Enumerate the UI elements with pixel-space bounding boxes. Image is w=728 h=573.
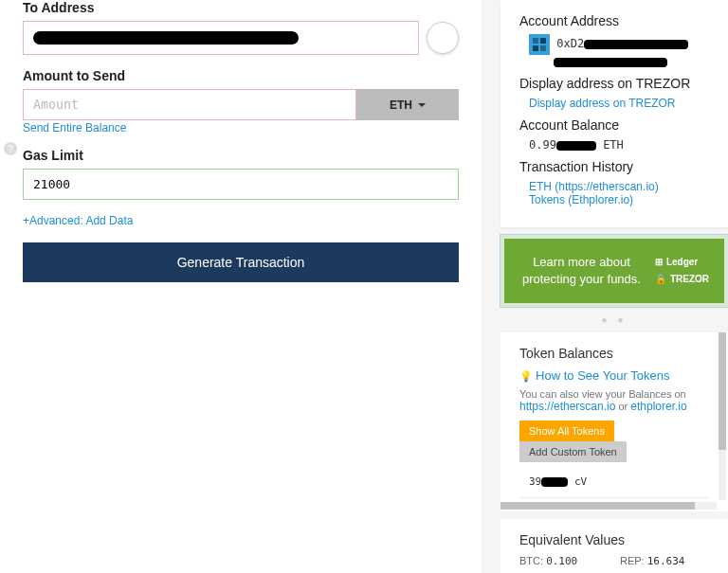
token-balances-heading: Token Balances (519, 346, 709, 361)
svg-rect-2 (540, 38, 546, 44)
transaction-history-heading: Transaction History (519, 159, 709, 174)
promo-banner[interactable]: Learn more about protecting your funds. … (500, 235, 728, 307)
amount-label: Amount to Send (23, 68, 459, 83)
promo-logos: ⊞Ledger 🔒TREZOR (655, 254, 709, 288)
chevron-down-icon (418, 103, 426, 107)
gas-limit-label: Gas Limit (23, 148, 459, 163)
etherscan-link[interactable]: https://etherscan.io (519, 400, 615, 413)
to-address-label: To Address (23, 0, 459, 15)
show-all-tokens-button[interactable]: Show All Tokens (519, 421, 614, 441)
display-trezor-heading: Display address on TREZOR (519, 76, 709, 91)
token-balance-row: 39 cV (519, 470, 709, 498)
svg-rect-4 (540, 45, 546, 51)
tokens-history-link[interactable]: Tokens (Ethplorer.io) (529, 193, 633, 206)
send-entire-balance-link[interactable]: Send Entire Balance (23, 121, 126, 134)
lock-icon: 🔒 (655, 271, 666, 288)
display-trezor-link[interactable]: Display address on TREZOR (529, 97, 676, 110)
to-address-value (33, 31, 299, 45)
carousel-dots[interactable]: ● ● (500, 314, 728, 325)
currency-dropdown[interactable]: ETH (356, 89, 459, 120)
account-address-heading: Account Address (519, 13, 709, 28)
account-address-prefix: 0xD2 (556, 37, 584, 50)
to-address-input[interactable] (23, 21, 419, 55)
currency-label: ETH (390, 98, 412, 112)
send-transaction-panel: ? To Address Amount to Send ETH Send Ent… (0, 0, 482, 573)
equivalent-values-heading: Equivalent Values (519, 532, 709, 547)
how-to-see-tokens-link[interactable]: How to See Your Tokens (536, 368, 669, 383)
scrollbar-horizontal[interactable] (500, 502, 717, 510)
promo-text: Learn more about protecting your funds. (519, 254, 644, 288)
equivalent-values-grid: BTC: 0.100 REP: 16.634 USD: $812.43 EUR:… (519, 555, 709, 573)
account-sidebar: Account Address 0xD2 Display address on … (500, 0, 728, 573)
scrollbar-vertical[interactable] (719, 332, 726, 500)
svg-rect-0 (529, 34, 550, 55)
ethplorer-link[interactable]: ethplorer.io (630, 400, 686, 413)
bulb-icon: 💡 (519, 370, 533, 382)
generate-transaction-button[interactable]: Generate Transaction (23, 242, 459, 282)
account-balance-heading: Account Balance (519, 117, 709, 133)
avatar-icon (529, 34, 550, 55)
balance-unit: ETH (603, 138, 624, 152)
svg-rect-1 (533, 38, 538, 44)
ledger-icon: ⊞ (655, 254, 663, 271)
eth-history-link[interactable]: ETH (https://etherscan.io) (529, 180, 659, 193)
svg-rect-3 (533, 45, 538, 51)
add-custom-token-button[interactable]: Add Custom Token (519, 441, 627, 462)
identicon-icon (427, 22, 459, 54)
gas-limit-input[interactable] (23, 169, 459, 200)
advanced-link[interactable]: +Advanced: Add Data (23, 214, 133, 227)
balance-value: 0.99 (529, 138, 556, 152)
help-icon[interactable]: ? (4, 142, 17, 155)
amount-input[interactable] (23, 89, 356, 120)
